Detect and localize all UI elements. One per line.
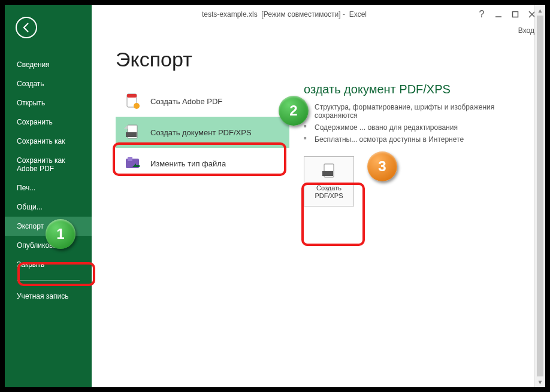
scroll-down-icon[interactable]: ▼ [535, 376, 545, 387]
sidebar-item-save[interactable]: Сохранить [5, 113, 92, 132]
callout-1: 1 [46, 219, 75, 249]
title-filename: tests-example.xls [202, 10, 258, 19]
title-appname: Excel [349, 10, 367, 19]
page-title: Экспорт [116, 48, 289, 71]
content-area: tests-example.xls [Режим совместимости] … [92, 5, 545, 387]
create-pdf-xps-button[interactable]: Создать PDF/XPS [304, 156, 354, 206]
sidebar-item-save-as[interactable]: Сохранить как [5, 132, 92, 151]
export-option-change-file-type[interactable]: Изменить тип файла [116, 148, 289, 179]
export-option-pdf-xps[interactable]: Создать документ PDF/XPS [116, 117, 289, 148]
maximize-button[interactable] [510, 10, 520, 19]
export-option-adobe-pdf[interactable]: Создать Adobe PDF [116, 86, 289, 117]
titlebar: tests-example.xls [Режим совместимости] … [92, 5, 545, 24]
export-options-column: Экспорт Создать Adobe PDF Создать докуме… [116, 48, 289, 387]
callout-2: 2 [279, 96, 309, 126]
pdf-xps-icon [123, 123, 142, 142]
sidebar-item-account[interactable]: Учетная запись [5, 287, 92, 306]
detail-bullet: Бесплатны... осмотра доступны в Интернет… [304, 133, 527, 145]
pdf-xps-icon [320, 163, 338, 181]
scroll-thumb[interactable] [537, 16, 543, 376]
sidebar-item-new[interactable]: Создать [5, 74, 92, 93]
svg-rect-1 [513, 12, 518, 17]
detail-bullet: Содержимое ... овано для редактирования [304, 121, 527, 133]
sidebar-item-save-adobe-pdf[interactable]: Сохранить как Adobe PDF [5, 151, 92, 178]
change-type-icon [123, 154, 142, 173]
svg-rect-10 [128, 157, 132, 161]
scroll-up-icon[interactable]: ▲ [535, 5, 545, 16]
callout-3: 3 [367, 151, 397, 181]
create-button-label: Создать PDF/XPS [304, 184, 353, 200]
export-detail-column: оздать документ PDF/XPS Структура, форма… [304, 48, 545, 387]
back-button[interactable] [16, 17, 37, 38]
window-title: tests-example.xls [Режим совместимости] … [92, 10, 477, 19]
svg-rect-12 [322, 171, 333, 176]
help-button[interactable]: ? [477, 10, 486, 19]
sidebar-item-share[interactable]: Общи... [5, 197, 92, 217]
sidebar-item-open[interactable]: Открыть [5, 93, 92, 113]
title-mode: [Режим совместимости] [261, 10, 340, 19]
detail-title: оздать документ PDF/XPS [304, 83, 527, 96]
minimize-button[interactable] [494, 10, 503, 19]
backstage-sidebar: Сведения Создать Открыть Сохранить Сохра… [5, 5, 92, 387]
vertical-scrollbar[interactable]: ▲ ▼ [534, 5, 545, 387]
sidebar-item-info[interactable]: Сведения [5, 55, 92, 74]
sidebar-item-print[interactable]: Печ... [5, 178, 92, 197]
svg-rect-8 [126, 132, 137, 137]
detail-bullets: Структура, форматирование, шрифты и изоб… [304, 101, 527, 145]
export-option-label: Создать Adobe PDF [150, 97, 222, 106]
detail-bullet: Структура, форматирование, шрифты и изоб… [304, 101, 527, 121]
arrow-left-icon [20, 22, 32, 34]
sign-in-link[interactable]: Вход [518, 26, 534, 35]
export-option-label: Изменить тип файла [150, 159, 226, 168]
svg-rect-5 [127, 94, 137, 98]
adobe-pdf-icon [123, 92, 142, 111]
svg-point-6 [134, 103, 140, 109]
sidebar-separator [17, 280, 80, 281]
sidebar-item-close[interactable]: Закрыть [5, 255, 92, 274]
export-option-label: Создать документ PDF/XPS [150, 128, 252, 137]
